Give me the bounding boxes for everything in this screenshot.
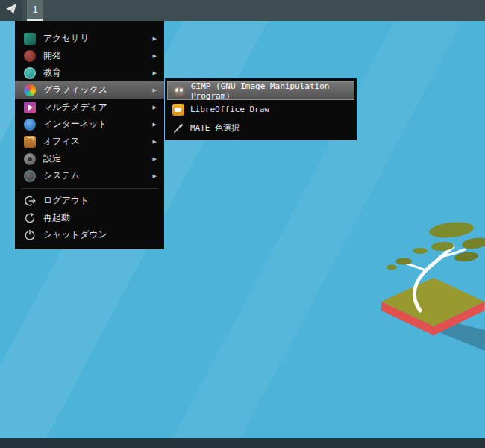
chevron-right-icon: ▶ [153, 173, 157, 178]
menu-item-logout[interactable]: ログアウト [15, 192, 164, 209]
menu-item-multimedia[interactable]: マルチメディア ▶ [15, 99, 164, 116]
multimedia-icon [24, 102, 36, 113]
shutdown-icon [24, 229, 36, 241]
menu-item-education[interactable]: 教育 ▶ [15, 64, 164, 81]
workspace-switcher-1[interactable]: 1 [27, 0, 43, 21]
menu-item-settings[interactable]: 設定 ▶ [15, 150, 164, 167]
workspace-label: 1 [33, 4, 38, 15]
submenu-item-label: LibreOffice Draw [190, 105, 269, 114]
libreoffice-draw-icon [172, 104, 184, 116]
internet-icon [24, 119, 36, 131]
logout-icon [24, 195, 36, 207]
color-picker-icon [172, 122, 184, 134]
menu-item-label: 開発 [43, 49, 61, 62]
menu-item-label: システム [43, 169, 80, 182]
office-icon [24, 136, 36, 148]
menu-item-label: シャットダウン [43, 228, 107, 241]
paper-plane-icon [5, 3, 17, 18]
submenu-item-mate-color-select[interactable]: MATE 色選択 [167, 119, 354, 137]
chevron-right-icon: ▶ [153, 36, 157, 41]
chevron-right-icon: ▶ [153, 53, 157, 58]
submenu-item-label: MATE 色選択 [190, 122, 240, 134]
settings-icon [24, 153, 36, 165]
menu-item-label: ログアウト [43, 194, 89, 207]
menu-launcher-button[interactable] [0, 0, 22, 21]
menu-item-shutdown[interactable]: シャットダウン [15, 226, 164, 243]
chevron-right-icon: ▶ [153, 122, 157, 127]
submenu-item-gimp[interactable]: GIMP (GNU Image Manipulation Program) [167, 81, 354, 100]
chevron-right-icon: ▶ [153, 139, 157, 144]
menu-item-label: グラフィックス [43, 84, 107, 96]
menu-item-restart[interactable]: 再起動 [15, 209, 164, 226]
menu-item-internet[interactable]: インターネット ▶ [15, 116, 164, 133]
menu-item-label: マルチメディア [43, 101, 107, 113]
menu-item-system[interactable]: システム ▶ [15, 167, 164, 184]
chevron-right-icon: ▶ [153, 87, 157, 93]
menu-item-label: オフィス [43, 135, 80, 148]
menu-item-label: アクセサリ [43, 32, 89, 45]
system-icon [24, 170, 36, 182]
island-tree-illustration [377, 218, 485, 357]
top-panel: 1 [0, 0, 485, 21]
menu-item-label: 設定 [43, 152, 61, 165]
menu-item-label: インターネット [43, 118, 107, 131]
menu-separator [21, 188, 158, 189]
graphics-submenu: GIMP (GNU Image Manipulation Program) Li… [165, 78, 357, 140]
graphics-icon [24, 84, 36, 96]
submenu-item-label: GIMP (GNU Image Manipulation Program) [191, 81, 348, 101]
bottom-panel [0, 438, 485, 448]
menu-item-label: 再起動 [43, 211, 70, 224]
submenu-item-libreoffice-draw[interactable]: LibreOffice Draw [167, 100, 354, 119]
menu-item-graphics[interactable]: グラフィックス ▶ [15, 81, 164, 99]
restart-icon [24, 212, 36, 224]
menu-item-accessories[interactable]: アクセサリ ▶ [15, 30, 164, 47]
education-icon [24, 67, 36, 79]
menu-item-label: 教育 [43, 66, 61, 79]
chevron-right-icon: ▶ [153, 70, 157, 75]
accessories-icon [24, 33, 36, 45]
menu-item-development[interactable]: 開発 ▶ [15, 47, 164, 64]
development-icon [24, 50, 36, 62]
applications-menu: アクセサリ ▶ 開発 ▶ 教育 ▶ グラフィックス ▶ マルチメディア ▶ イン… [15, 21, 164, 249]
gimp-icon [173, 85, 185, 97]
menu-item-office[interactable]: オフィス ▶ [15, 133, 164, 150]
chevron-right-icon: ▶ [153, 105, 157, 110]
chevron-right-icon: ▶ [153, 156, 157, 161]
